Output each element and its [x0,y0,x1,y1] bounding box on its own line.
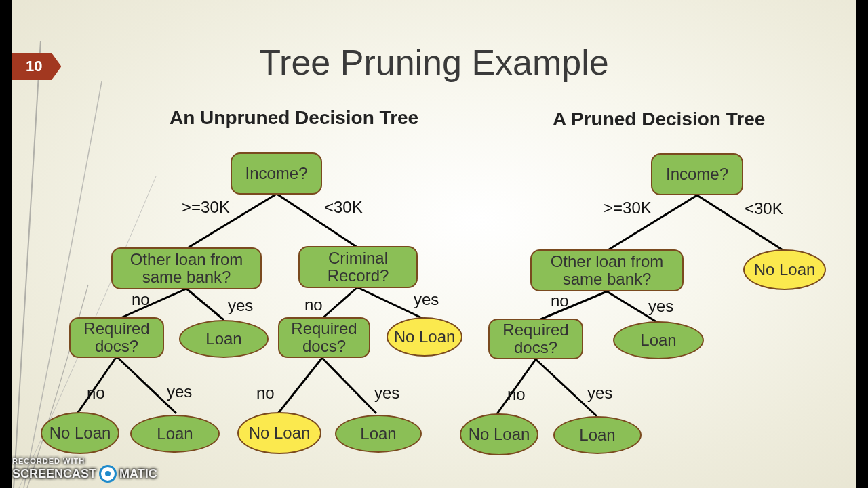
node-income-right: Income? [651,153,743,195]
edge-yes-r1: yes [648,297,673,316]
right-tree-edges [0,0,868,488]
svg-line-9 [322,358,376,413]
watermark-ring-icon [99,465,117,483]
svg-line-2 [119,289,186,319]
edge-yes-1: yes [228,296,253,315]
edge-yes-2: yes [414,290,439,309]
leaf-loan-right1: Loan [613,321,704,359]
node-reqdocs-left2: Required docs? [278,317,370,358]
edge-lt30k-left: <30K [324,198,363,217]
edge-no-1: no [132,290,150,309]
leaf-loan-left2: Loan [130,415,220,453]
node-criminal: Criminal Record? [298,246,418,288]
node-income-left: Income? [231,152,322,195]
left-tree-edges [0,0,868,488]
leaf-noloan-left3: No Loan [237,412,321,454]
svg-line-4 [322,287,357,319]
edge-ge30k-right: >=30K [604,199,652,218]
edge-yes-r2: yes [587,384,612,403]
svg-line-8 [278,358,322,413]
edge-no-4: no [256,384,275,403]
screencast-watermark: RECORDED WITH SCREENCAST MATIC [12,457,157,483]
edge-yes-3: yes [167,382,192,401]
leaf-noloan-right1: No Loan [743,249,826,290]
edge-yes-4: yes [374,384,399,403]
edge-no-2: no [304,296,323,314]
node-reqdocs-left1: Required docs? [69,317,164,358]
leaf-noloan-left1: No Loan [387,317,462,357]
edge-no-r2: no [507,385,526,404]
node-otherloan-right: Other loan from same bank? [530,249,684,291]
edge-no-3: no [87,384,105,403]
watermark-line1: RECORDED WITH [12,457,157,465]
leaf-noloan-left2: No Loan [41,412,119,454]
edge-lt30k-right: <30K [745,199,783,218]
diagram-stage: Income? >=30K <30K Other loan from same … [0,0,868,488]
leaf-loan-left3: Loan [335,415,422,453]
leaf-loan-right2: Loan [553,416,642,454]
edge-ge30k-left: >=30K [182,198,230,217]
svg-line-12 [539,291,607,320]
leaf-noloan-right2: No Loan [460,413,538,455]
leaf-loan-left1: Loan [179,320,269,358]
node-reqdocs-right: Required docs? [488,319,583,359]
node-otherloan-left: Other loan from same bank? [111,247,262,289]
watermark-brand1: SCREENCAST [12,467,96,481]
edge-no-r1: no [551,291,569,310]
svg-line-3 [186,289,224,320]
watermark-brand2: MATIC [119,467,157,481]
